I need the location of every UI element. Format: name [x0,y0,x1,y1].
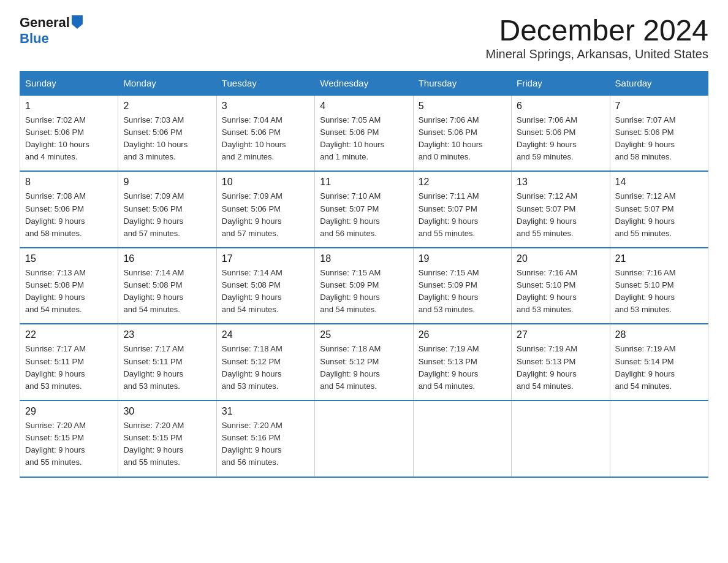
calendar-header-friday: Friday [512,71,610,95]
day-info: Sunrise: 7:20 AMSunset: 5:15 PMDaylight:… [123,419,211,469]
day-number: 19 [419,253,506,264]
day-number: 5 [419,101,506,112]
day-number: 4 [320,101,408,112]
calendar-day-cell: 11Sunrise: 7:10 AMSunset: 5:07 PMDayligh… [315,171,413,248]
day-info: Sunrise: 7:17 AMSunset: 5:11 PMDaylight:… [25,343,113,393]
calendar-day-cell: 24Sunrise: 7:18 AMSunset: 5:12 PMDayligh… [216,324,314,400]
calendar-day-cell: 2Sunrise: 7:03 AMSunset: 5:06 PMDaylight… [118,95,216,172]
calendar-header-monday: Monday [118,71,216,95]
day-info: Sunrise: 7:07 AMSunset: 5:06 PMDaylight:… [615,114,703,164]
calendar-day-cell: 18Sunrise: 7:15 AMSunset: 5:09 PMDayligh… [315,248,413,324]
calendar-week-row: 29Sunrise: 7:20 AMSunset: 5:15 PMDayligh… [20,400,708,477]
day-info: Sunrise: 7:13 AMSunset: 5:08 PMDaylight:… [25,267,113,316]
day-number: 31 [222,406,309,417]
day-info: Sunrise: 7:16 AMSunset: 5:10 PMDaylight:… [615,267,703,316]
day-info: Sunrise: 7:19 AMSunset: 5:13 PMDaylight:… [517,343,604,393]
day-info: Sunrise: 7:04 AMSunset: 5:06 PMDaylight:… [222,114,309,164]
day-info: Sunrise: 7:05 AMSunset: 5:06 PMDaylight:… [320,114,408,164]
day-number: 17 [222,253,309,264]
logo-flag-icon [72,15,83,29]
day-info: Sunrise: 7:06 AMSunset: 5:06 PMDaylight:… [517,114,604,164]
calendar-day-cell: 10Sunrise: 7:09 AMSunset: 5:06 PMDayligh… [216,171,314,248]
calendar-day-cell: 12Sunrise: 7:11 AMSunset: 5:07 PMDayligh… [413,171,511,248]
day-number: 22 [25,329,113,340]
day-number: 29 [25,406,113,417]
calendar-header-saturday: Saturday [610,71,708,95]
logo-blue-text: Blue [20,31,49,47]
day-info: Sunrise: 7:09 AMSunset: 5:06 PMDaylight:… [123,190,211,240]
calendar-day-cell: 13Sunrise: 7:12 AMSunset: 5:07 PMDayligh… [512,171,610,248]
calendar-day-cell: 26Sunrise: 7:19 AMSunset: 5:13 PMDayligh… [413,324,511,400]
calendar-week-row: 22Sunrise: 7:17 AMSunset: 5:11 PMDayligh… [20,324,708,400]
day-info: Sunrise: 7:16 AMSunset: 5:10 PMDaylight:… [517,267,604,316]
calendar-header-wednesday: Wednesday [315,71,413,95]
day-info: Sunrise: 7:14 AMSunset: 5:08 PMDaylight:… [222,267,309,316]
day-number: 7 [615,101,703,112]
day-info: Sunrise: 7:19 AMSunset: 5:14 PMDaylight:… [615,343,703,393]
day-info: Sunrise: 7:20 AMSunset: 5:16 PMDaylight:… [222,419,309,469]
calendar-day-cell: 14Sunrise: 7:12 AMSunset: 5:07 PMDayligh… [610,171,708,248]
calendar-header-tuesday: Tuesday [216,71,314,95]
day-number: 16 [123,253,211,264]
day-info: Sunrise: 7:18 AMSunset: 5:12 PMDaylight:… [222,343,309,393]
calendar-header-sunday: Sunday [20,71,118,95]
calendar-day-cell: 29Sunrise: 7:20 AMSunset: 5:15 PMDayligh… [20,400,118,477]
calendar-day-cell: 22Sunrise: 7:17 AMSunset: 5:11 PMDayligh… [20,324,118,400]
day-number: 26 [419,329,506,340]
day-number: 3 [222,101,309,112]
day-info: Sunrise: 7:15 AMSunset: 5:09 PMDaylight:… [419,267,506,316]
day-number: 10 [222,177,309,188]
day-number: 1 [25,101,113,112]
calendar-table: SundayMondayTuesdayWednesdayThursdayFrid… [20,71,708,478]
calendar-day-cell: 4Sunrise: 7:05 AMSunset: 5:06 PMDaylight… [315,95,413,172]
day-number: 20 [517,253,604,264]
day-info: Sunrise: 7:03 AMSunset: 5:06 PMDaylight:… [123,114,211,164]
day-info: Sunrise: 7:20 AMSunset: 5:15 PMDaylight:… [25,419,113,469]
day-info: Sunrise: 7:06 AMSunset: 5:06 PMDaylight:… [419,114,506,164]
day-info: Sunrise: 7:18 AMSunset: 5:12 PMDaylight:… [320,343,408,393]
calendar-header-thursday: Thursday [413,71,511,95]
day-info: Sunrise: 7:19 AMSunset: 5:13 PMDaylight:… [419,343,506,393]
logo-general-text: General [20,15,70,31]
calendar-day-cell: 9Sunrise: 7:09 AMSunset: 5:06 PMDaylight… [118,171,216,248]
day-info: Sunrise: 7:02 AMSunset: 5:06 PMDaylight:… [25,114,113,164]
day-number: 27 [517,329,604,340]
calendar-day-cell: 23Sunrise: 7:17 AMSunset: 5:11 PMDayligh… [118,324,216,400]
day-number: 12 [419,177,506,188]
day-number: 2 [123,101,211,112]
calendar-day-cell: 7Sunrise: 7:07 AMSunset: 5:06 PMDaylight… [610,95,708,172]
calendar-day-cell: 8Sunrise: 7:08 AMSunset: 5:06 PMDaylight… [20,171,118,248]
day-info: Sunrise: 7:09 AMSunset: 5:06 PMDaylight:… [222,190,309,240]
calendar-day-cell: 30Sunrise: 7:20 AMSunset: 5:15 PMDayligh… [118,400,216,477]
day-info: Sunrise: 7:12 AMSunset: 5:07 PMDaylight:… [517,190,604,240]
logo: General Blue [20,15,83,47]
day-number: 8 [25,177,113,188]
calendar-day-cell: 3Sunrise: 7:04 AMSunset: 5:06 PMDaylight… [216,95,314,172]
day-number: 30 [123,406,211,417]
calendar-day-cell: 27Sunrise: 7:19 AMSunset: 5:13 PMDayligh… [512,324,610,400]
month-title: December 2024 [485,15,708,47]
page-header: General Blue December 2024 Mineral Sprin… [20,15,708,61]
calendar-day-cell: 19Sunrise: 7:15 AMSunset: 5:09 PMDayligh… [413,248,511,324]
calendar-week-row: 15Sunrise: 7:13 AMSunset: 5:08 PMDayligh… [20,248,708,324]
calendar-day-cell: 28Sunrise: 7:19 AMSunset: 5:14 PMDayligh… [610,324,708,400]
calendar-day-cell: 20Sunrise: 7:16 AMSunset: 5:10 PMDayligh… [512,248,610,324]
calendar-day-cell: 25Sunrise: 7:18 AMSunset: 5:12 PMDayligh… [315,324,413,400]
day-number: 23 [123,329,211,340]
day-info: Sunrise: 7:10 AMSunset: 5:07 PMDaylight:… [320,190,408,240]
calendar-day-cell [610,400,708,477]
calendar-day-cell: 1Sunrise: 7:02 AMSunset: 5:06 PMDaylight… [20,95,118,172]
calendar-day-cell: 15Sunrise: 7:13 AMSunset: 5:08 PMDayligh… [20,248,118,324]
calendar-day-cell: 6Sunrise: 7:06 AMSunset: 5:06 PMDaylight… [512,95,610,172]
calendar-day-cell: 5Sunrise: 7:06 AMSunset: 5:06 PMDaylight… [413,95,511,172]
calendar-day-cell: 16Sunrise: 7:14 AMSunset: 5:08 PMDayligh… [118,248,216,324]
calendar-day-cell [512,400,610,477]
day-number: 11 [320,177,408,188]
day-number: 24 [222,329,309,340]
day-number: 15 [25,253,113,264]
day-info: Sunrise: 7:08 AMSunset: 5:06 PMDaylight:… [25,190,113,240]
day-info: Sunrise: 7:17 AMSunset: 5:11 PMDaylight:… [123,343,211,393]
day-info: Sunrise: 7:14 AMSunset: 5:08 PMDaylight:… [123,267,211,316]
day-number: 21 [615,253,703,264]
day-number: 25 [320,329,408,340]
